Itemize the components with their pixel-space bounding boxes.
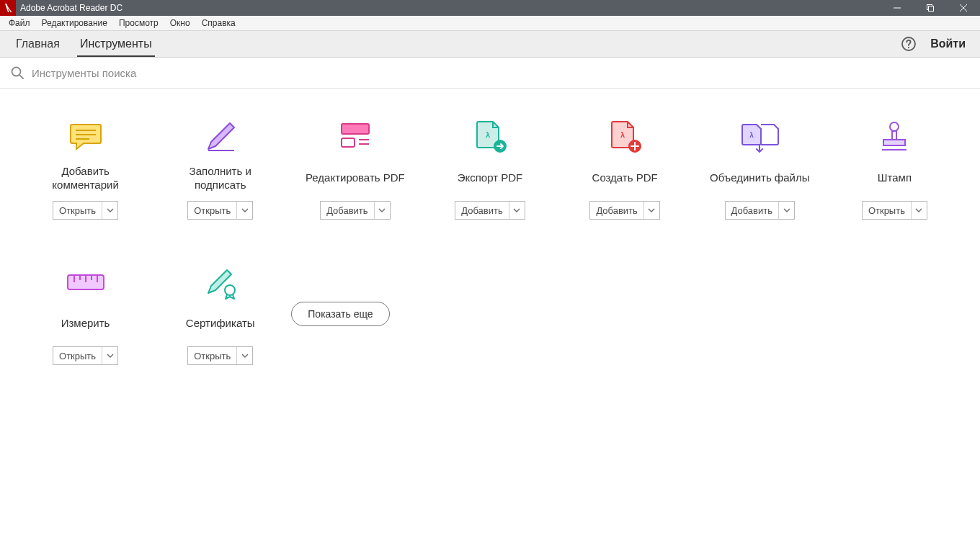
tool-label: Измерить: [61, 309, 110, 338]
tool-label: Заполнить и подписать: [190, 163, 251, 192]
menu-file[interactable]: Файл: [3, 16, 36, 31]
tool-label: Добавить комментарий: [52, 163, 118, 192]
window-title: Adobe Acrobat Reader DC: [20, 3, 122, 13]
signin-button[interactable]: Войти: [922, 31, 974, 57]
menu-help[interactable]: Справка: [196, 16, 241, 31]
tool-label: Экспорт PDF: [458, 163, 523, 192]
showmore-cell: Показать еще: [291, 263, 419, 365]
svg-rect-13: [342, 124, 369, 134]
tool-stamp[interactable]: Штамп Открыть: [831, 117, 958, 220]
tools-area: Добавить комментарий Открыть Заполнить и…: [0, 89, 980, 365]
create-icon: λ: [606, 117, 643, 156]
svg-point-6: [908, 47, 909, 48]
chevron-down-icon[interactable]: [911, 202, 927, 219]
svg-rect-14: [342, 138, 355, 147]
show-more-button[interactable]: Показать еще: [291, 302, 389, 326]
tool-label: Создать PDF: [592, 163, 658, 192]
cert-icon: [202, 263, 239, 302]
tool-combine[interactable]: λ Объединить файлы Добавить: [696, 117, 824, 220]
tool-action-button[interactable]: Открыть: [862, 201, 927, 220]
tool-export-pdf[interactable]: λ Экспорт PDF Добавить: [426, 117, 553, 220]
tool-comment[interactable]: Добавить комментарий Открыть: [22, 117, 149, 220]
svg-line-8: [19, 75, 23, 78]
chevron-down-icon[interactable]: [102, 347, 117, 364]
app-icon: [0, 0, 16, 16]
tab-tools[interactable]: Инструменты: [70, 31, 162, 57]
chevron-down-icon[interactable]: [236, 347, 252, 364]
svg-text:λ: λ: [749, 131, 754, 139]
tool-action-button[interactable]: Добавить: [589, 201, 659, 220]
tool-certificates[interactable]: Сертификаты Открыть: [156, 263, 284, 365]
stamp-icon: [878, 117, 911, 156]
measure-icon: [66, 263, 106, 302]
chevron-down-icon[interactable]: [643, 202, 659, 219]
chevron-down-icon[interactable]: [509, 202, 525, 219]
titlebar: Adobe Acrobat Reader DC: [0, 0, 980, 16]
fillsign-icon: [202, 117, 239, 156]
tool-create-pdf[interactable]: λ Создать PDF Добавить: [561, 117, 689, 220]
menu-edit[interactable]: Редактирование: [36, 16, 113, 31]
tool-label: Объединить файлы: [710, 163, 809, 192]
tool-fill-sign[interactable]: Заполнить и подписать Открыть: [156, 117, 284, 220]
svg-point-32: [225, 285, 235, 295]
tool-label: Редактировать PDF: [306, 163, 405, 192]
chevron-down-icon[interactable]: [102, 202, 117, 219]
tool-action-button[interactable]: Добавить: [320, 201, 390, 220]
svg-point-22: [890, 122, 899, 131]
tab-home[interactable]: Главная: [6, 31, 70, 57]
tool-action-button[interactable]: Добавить: [455, 201, 525, 220]
svg-rect-24: [883, 140, 905, 145]
tabbar: Главная Инструменты Войти: [0, 31, 980, 58]
tool-action-button[interactable]: Открыть: [187, 201, 253, 220]
tool-label: Сертификаты: [186, 309, 255, 338]
tool-action-button[interactable]: Открыть: [53, 201, 118, 220]
search-icon: [10, 66, 24, 80]
tools-grid: Добавить комментарий Открыть Заполнить и…: [22, 117, 958, 365]
svg-rect-2: [929, 6, 934, 12]
svg-text:λ: λ: [620, 130, 625, 139]
svg-rect-23: [892, 131, 896, 140]
maximize-button[interactable]: [914, 0, 947, 16]
tool-action-button[interactable]: Открыть: [187, 346, 253, 365]
tool-label: Штамп: [878, 163, 912, 192]
tool-action-button[interactable]: Открыть: [53, 346, 118, 365]
export-icon: λ: [471, 117, 509, 156]
menubar: Файл Редактирование Просмотр Окно Справк…: [0, 16, 980, 31]
close-button[interactable]: [947, 0, 980, 16]
minimize-button[interactable]: [881, 0, 914, 16]
searchbar: [0, 58, 980, 89]
menu-view[interactable]: Просмотр: [113, 16, 164, 31]
chevron-down-icon[interactable]: [778, 202, 794, 219]
tool-measure[interactable]: Измерить Открыть: [22, 263, 149, 365]
editpdf-icon: [337, 117, 373, 156]
chevron-down-icon[interactable]: [374, 202, 390, 219]
chevron-down-icon[interactable]: [236, 202, 252, 219]
search-input[interactable]: [32, 67, 320, 79]
menu-window[interactable]: Окно: [164, 16, 196, 31]
svg-text:λ: λ: [486, 130, 490, 139]
tool-action-button[interactable]: Добавить: [725, 201, 795, 220]
combine-icon: λ: [739, 117, 780, 156]
help-icon[interactable]: [896, 31, 922, 57]
tool-edit-pdf[interactable]: Редактировать PDF Добавить: [291, 117, 419, 220]
comment-icon: [68, 117, 104, 156]
